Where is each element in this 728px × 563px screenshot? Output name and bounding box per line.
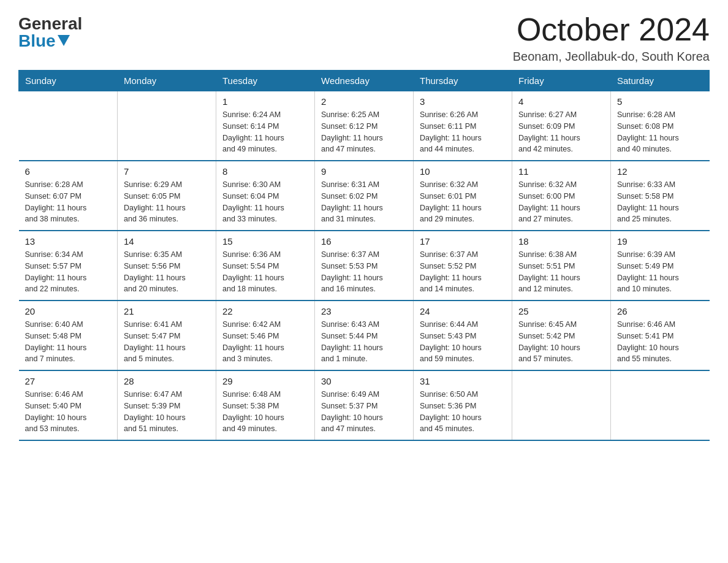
day-info: Sunrise: 6:45 AMSunset: 5:42 PMDaylight:… xyxy=(518,319,604,365)
calendar-cell: 9Sunrise: 6:31 AMSunset: 6:02 PMDaylight… xyxy=(315,161,414,231)
day-info: Sunrise: 6:36 AMSunset: 5:54 PMDaylight:… xyxy=(222,249,308,295)
calendar-cell: 6Sunrise: 6:28 AMSunset: 6:07 PMDaylight… xyxy=(19,161,118,231)
calendar-cell: 30Sunrise: 6:49 AMSunset: 5:37 PMDayligh… xyxy=(315,370,414,440)
calendar-cell: 27Sunrise: 6:46 AMSunset: 5:40 PMDayligh… xyxy=(19,370,118,440)
day-number: 4 xyxy=(518,96,604,107)
calendar-cell: 17Sunrise: 6:37 AMSunset: 5:52 PMDayligh… xyxy=(414,231,512,301)
week-row-5: 27Sunrise: 6:46 AMSunset: 5:40 PMDayligh… xyxy=(19,370,710,440)
day-number: 19 xyxy=(617,236,703,247)
day-info: Sunrise: 6:32 AMSunset: 6:01 PMDaylight:… xyxy=(420,179,506,225)
calendar-table: SundayMondayTuesdayWednesdayThursdayFrid… xyxy=(18,70,710,441)
day-info: Sunrise: 6:28 AMSunset: 6:08 PMDaylight:… xyxy=(617,109,703,155)
calendar-cell: 31Sunrise: 6:50 AMSunset: 5:36 PMDayligh… xyxy=(414,370,512,440)
calendar-cell xyxy=(512,370,611,440)
day-number: 26 xyxy=(617,306,703,316)
day-info: Sunrise: 6:40 AMSunset: 5:48 PMDaylight:… xyxy=(25,319,112,365)
calendar-cell: 18Sunrise: 6:38 AMSunset: 5:51 PMDayligh… xyxy=(512,231,611,301)
day-info: Sunrise: 6:46 AMSunset: 5:41 PMDaylight:… xyxy=(617,319,703,365)
day-number: 31 xyxy=(420,376,506,386)
month-title: October 2024 xyxy=(513,12,710,47)
day-number: 16 xyxy=(321,236,407,247)
calendar-cell: 20Sunrise: 6:40 AMSunset: 5:48 PMDayligh… xyxy=(19,301,118,370)
day-info: Sunrise: 6:41 AMSunset: 5:47 PMDaylight:… xyxy=(124,319,210,365)
calendar-cell: 24Sunrise: 6:44 AMSunset: 5:43 PMDayligh… xyxy=(414,301,512,370)
day-number: 1 xyxy=(222,96,308,107)
weekday-header-sunday: Sunday xyxy=(19,71,118,91)
calendar-cell: 13Sunrise: 6:34 AMSunset: 5:57 PMDayligh… xyxy=(19,231,118,301)
day-info: Sunrise: 6:43 AMSunset: 5:44 PMDaylight:… xyxy=(321,319,407,365)
weekday-header-wednesday: Wednesday xyxy=(315,71,414,91)
day-info: Sunrise: 6:50 AMSunset: 5:36 PMDaylight:… xyxy=(420,389,506,435)
weekday-header-friday: Friday xyxy=(512,71,611,91)
week-row-1: 1Sunrise: 6:24 AMSunset: 6:14 PMDaylight… xyxy=(19,91,710,161)
day-number: 23 xyxy=(321,306,407,316)
day-number: 10 xyxy=(420,166,506,177)
day-number: 2 xyxy=(321,96,407,107)
week-row-2: 6Sunrise: 6:28 AMSunset: 6:07 PMDaylight… xyxy=(19,161,710,231)
week-row-3: 13Sunrise: 6:34 AMSunset: 5:57 PMDayligh… xyxy=(19,231,710,301)
day-number: 24 xyxy=(420,306,506,316)
weekday-header-thursday: Thursday xyxy=(414,71,512,91)
day-info: Sunrise: 6:37 AMSunset: 5:52 PMDaylight:… xyxy=(420,249,506,295)
calendar-cell xyxy=(19,91,118,161)
calendar-cell: 21Sunrise: 6:41 AMSunset: 5:47 PMDayligh… xyxy=(118,301,216,370)
day-info: Sunrise: 6:26 AMSunset: 6:11 PMDaylight:… xyxy=(420,109,506,155)
calendar-cell: 12Sunrise: 6:33 AMSunset: 5:58 PMDayligh… xyxy=(611,161,710,231)
day-info: Sunrise: 6:46 AMSunset: 5:40 PMDaylight:… xyxy=(25,389,112,435)
logo-blue-text: Blue xyxy=(18,33,70,50)
calendar-cell xyxy=(611,370,710,440)
calendar-cell: 15Sunrise: 6:36 AMSunset: 5:54 PMDayligh… xyxy=(216,231,315,301)
day-number: 18 xyxy=(518,236,604,247)
day-number: 15 xyxy=(222,236,308,247)
day-info: Sunrise: 6:35 AMSunset: 5:56 PMDaylight:… xyxy=(124,249,210,295)
day-info: Sunrise: 6:25 AMSunset: 6:12 PMDaylight:… xyxy=(321,109,407,155)
day-info: Sunrise: 6:38 AMSunset: 5:51 PMDaylight:… xyxy=(518,249,604,295)
day-number: 12 xyxy=(617,166,703,177)
day-number: 14 xyxy=(124,236,210,247)
day-info: Sunrise: 6:34 AMSunset: 5:57 PMDaylight:… xyxy=(25,249,112,295)
calendar-cell: 23Sunrise: 6:43 AMSunset: 5:44 PMDayligh… xyxy=(315,301,414,370)
day-info: Sunrise: 6:39 AMSunset: 5:49 PMDaylight:… xyxy=(617,249,703,295)
day-number: 6 xyxy=(25,166,112,177)
day-info: Sunrise: 6:47 AMSunset: 5:39 PMDaylight:… xyxy=(124,389,210,435)
logo-triangle-icon xyxy=(58,35,70,46)
day-number: 30 xyxy=(321,376,407,386)
day-number: 25 xyxy=(518,306,604,316)
day-info: Sunrise: 6:31 AMSunset: 6:02 PMDaylight:… xyxy=(321,179,407,225)
day-number: 20 xyxy=(25,306,112,316)
weekday-header-saturday: Saturday xyxy=(611,71,710,91)
day-info: Sunrise: 6:32 AMSunset: 6:00 PMDaylight:… xyxy=(518,179,604,225)
title-area: October 2024 Beonam, Jeollabuk-do, South… xyxy=(513,12,710,64)
day-number: 17 xyxy=(420,236,506,247)
day-info: Sunrise: 6:30 AMSunset: 6:04 PMDaylight:… xyxy=(222,179,308,225)
calendar-cell: 22Sunrise: 6:42 AMSunset: 5:46 PMDayligh… xyxy=(216,301,315,370)
day-number: 27 xyxy=(25,376,112,386)
header: General Blue October 2024 Beonam, Jeolla… xyxy=(18,12,710,64)
day-number: 3 xyxy=(420,96,506,107)
calendar-cell: 16Sunrise: 6:37 AMSunset: 5:53 PMDayligh… xyxy=(315,231,414,301)
calendar-cell: 5Sunrise: 6:28 AMSunset: 6:08 PMDaylight… xyxy=(611,91,710,161)
day-number: 21 xyxy=(124,306,210,316)
calendar-cell: 25Sunrise: 6:45 AMSunset: 5:42 PMDayligh… xyxy=(512,301,611,370)
day-info: Sunrise: 6:48 AMSunset: 5:38 PMDaylight:… xyxy=(222,389,308,435)
day-info: Sunrise: 6:24 AMSunset: 6:14 PMDaylight:… xyxy=(222,109,308,155)
day-number: 8 xyxy=(222,166,308,177)
day-number: 29 xyxy=(222,376,308,386)
calendar-cell: 3Sunrise: 6:26 AMSunset: 6:11 PMDaylight… xyxy=(414,91,512,161)
calendar-cell: 29Sunrise: 6:48 AMSunset: 5:38 PMDayligh… xyxy=(216,370,315,440)
calendar-cell: 19Sunrise: 6:39 AMSunset: 5:49 PMDayligh… xyxy=(611,231,710,301)
day-number: 5 xyxy=(617,96,703,107)
weekday-header-row: SundayMondayTuesdayWednesdayThursdayFrid… xyxy=(19,71,710,91)
calendar-cell: 14Sunrise: 6:35 AMSunset: 5:56 PMDayligh… xyxy=(118,231,216,301)
calendar-cell: 11Sunrise: 6:32 AMSunset: 6:00 PMDayligh… xyxy=(512,161,611,231)
day-number: 13 xyxy=(25,236,112,247)
week-row-4: 20Sunrise: 6:40 AMSunset: 5:48 PMDayligh… xyxy=(19,301,710,370)
calendar-cell: 10Sunrise: 6:32 AMSunset: 6:01 PMDayligh… xyxy=(414,161,512,231)
weekday-header-tuesday: Tuesday xyxy=(216,71,315,91)
day-number: 28 xyxy=(124,376,210,386)
day-number: 7 xyxy=(124,166,210,177)
logo-general-text: General xyxy=(18,15,82,33)
calendar-cell: 7Sunrise: 6:29 AMSunset: 6:05 PMDaylight… xyxy=(118,161,216,231)
day-info: Sunrise: 6:33 AMSunset: 5:58 PMDaylight:… xyxy=(617,179,703,225)
calendar-cell: 1Sunrise: 6:24 AMSunset: 6:14 PMDaylight… xyxy=(216,91,315,161)
